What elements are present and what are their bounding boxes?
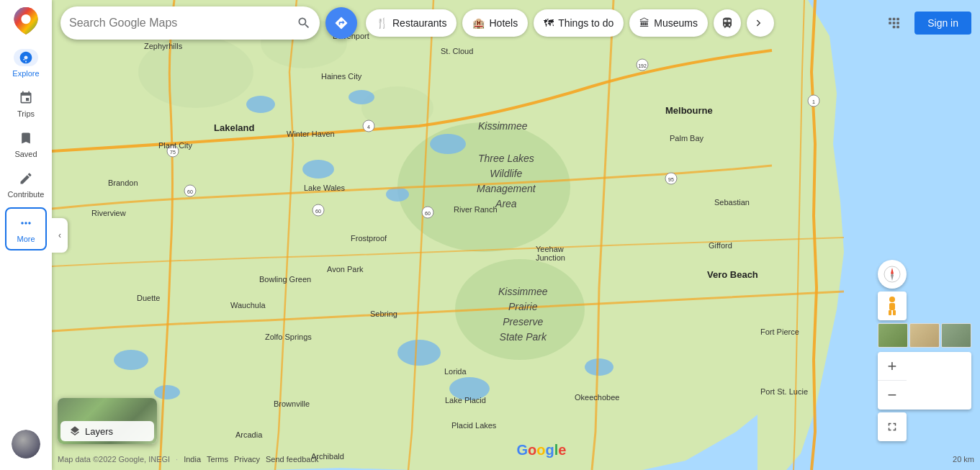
footer-terms-link[interactable]: Terms	[207, 455, 228, 464]
search-input[interactable]	[69, 17, 291, 30]
more-filters-button[interactable]	[747, 9, 774, 37]
svg-point-17	[154, 385, 180, 399]
svg-point-15	[585, 358, 613, 376]
expand-map-button[interactable]	[878, 412, 907, 441]
filter-transit[interactable]	[714, 9, 741, 37]
svg-text:95: 95	[668, 177, 674, 182]
sidebar-item-contribute[interactable]: Contribute	[0, 164, 52, 204]
sidebar: Explore Trips Saved Contribute More	[0, 0, 52, 470]
explore-icon	[14, 49, 38, 66]
sign-in-button[interactable]: Sign in	[914, 12, 971, 35]
saved-label: Saved	[14, 150, 37, 158]
map-controls: + −	[878, 260, 971, 441]
svg-text:4: 4	[367, 125, 370, 130]
filter-hotels[interactable]: 🏨 Hotels	[462, 9, 528, 37]
svg-point-14	[449, 377, 490, 400]
svg-rect-41	[889, 303, 895, 310]
svg-point-0	[21, 14, 30, 24]
collapse-sidebar-button[interactable]: ‹	[52, 218, 68, 253]
svg-text:60: 60	[315, 209, 321, 214]
svg-text:1: 1	[812, 99, 815, 104]
contribute-label: Contribute	[8, 190, 45, 199]
directions-button[interactable]	[325, 7, 357, 39]
svg-rect-42	[889, 310, 891, 315]
svg-text:192: 192	[638, 63, 647, 68]
filter-things-to-do[interactable]: 🗺 Things to do	[534, 9, 624, 37]
sidebar-item-trips[interactable]: Trips	[0, 83, 52, 124]
apps-button[interactable]	[880, 9, 909, 37]
sidebar-item-more[interactable]: More	[5, 207, 47, 250]
layers-label: Layers	[85, 426, 113, 437]
svg-point-12	[430, 134, 466, 154]
map-data-label: Map data ©2022 Google, INEGI	[58, 455, 170, 464]
search-button[interactable]	[297, 16, 311, 30]
user-avatar[interactable]	[12, 430, 40, 458]
map-container[interactable]: 75 4 192 95 1 60 60 60 Google Dade City …	[52, 0, 980, 470]
compass-button[interactable]	[878, 260, 907, 289]
zoom-out-button[interactable]: −	[878, 381, 907, 410]
layers-button[interactable]: Layers	[58, 398, 157, 444]
footer-india-link[interactable]: India	[184, 455, 201, 464]
saved-icon	[14, 130, 38, 147]
contribute-icon	[14, 170, 38, 187]
restaurants-icon: 🍴	[376, 17, 388, 29]
svg-point-16	[114, 350, 148, 370]
trips-icon	[14, 89, 38, 107]
svg-point-10	[302, 160, 334, 178]
museums-icon: 🏛	[639, 17, 649, 29]
svg-rect-43	[893, 310, 896, 315]
search-box	[60, 6, 320, 40]
sidebar-item-explore[interactable]: Explore	[0, 43, 52, 83]
svg-point-5	[138, 36, 253, 108]
footer-privacy-link[interactable]: Privacy	[234, 455, 260, 464]
svg-point-8	[246, 96, 275, 113]
svg-text:60: 60	[187, 189, 193, 194]
svg-point-40	[889, 297, 895, 302]
filter-pills: 🍴 Restaurants 🏨 Hotels 🗺 Things to do 🏛 …	[366, 9, 774, 37]
footer-separator: ·	[176, 455, 178, 464]
trips-label: Trips	[17, 109, 35, 118]
svg-text:75: 75	[170, 150, 176, 155]
filter-museums[interactable]: 🏛 Museums	[629, 9, 708, 37]
street-view-strip	[878, 323, 971, 348]
filter-restaurants[interactable]: 🍴 Restaurants	[366, 9, 457, 37]
zoom-in-button[interactable]: +	[878, 352, 907, 381]
svg-point-13	[397, 340, 441, 366]
svg-text:60: 60	[425, 211, 431, 216]
things-to-do-icon: 🗺	[544, 17, 554, 29]
google-maps-logo[interactable]	[12, 7, 40, 37]
sidebar-item-saved[interactable]: Saved	[0, 124, 52, 164]
pegman-button[interactable]	[878, 292, 907, 320]
zoom-controls: + −	[878, 352, 971, 410]
explore-label: Explore	[12, 69, 39, 78]
more-icon	[14, 214, 38, 232]
more-label: More	[17, 235, 35, 243]
hotels-icon: 🏨	[472, 17, 485, 29]
svg-point-9	[349, 90, 374, 104]
map-footer: Map data ©2022 Google, INEGI · India Ter…	[52, 448, 980, 470]
footer-feedback-link[interactable]: Send feedback	[266, 455, 318, 464]
scale-label: 20 km	[953, 455, 974, 464]
